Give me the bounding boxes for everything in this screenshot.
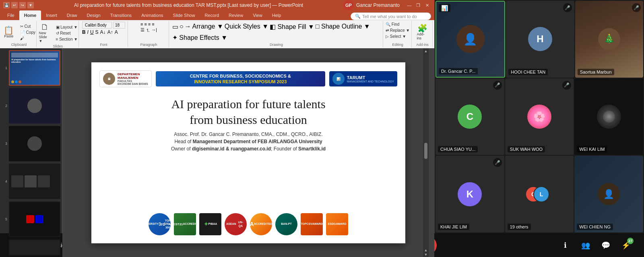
tab-animations[interactable]: Animations xyxy=(136,10,168,20)
slide-area: 1 AI preparation for future talents from… xyxy=(0,48,434,257)
minimize-btn[interactable]: — xyxy=(405,1,413,9)
slide-canvas: 🏛 DEPARTEMEN MANAJEMEN FAKULTAS EKONOMI … xyxy=(91,62,405,243)
user-avatar[interactable]: GP xyxy=(343,0,354,10)
chat-btn[interactable]: 💬 xyxy=(597,237,614,254)
video-tile-chua[interactable]: C 🎤 CHUA SIAO YU... xyxy=(436,78,504,155)
restore-btn[interactable]: ❐ xyxy=(414,1,422,9)
tab-design[interactable]: Design xyxy=(82,10,105,20)
scroll-prev-slide[interactable]: ▲ xyxy=(424,248,428,252)
numbering-btn[interactable]: ⒈ xyxy=(146,27,150,33)
tar-logo-circle: 📊 xyxy=(332,73,345,85)
dept-logo: 🏛 DEPARTEMEN MANAJEMEN FAKULTAS EKONOMI … xyxy=(99,70,152,87)
undo-icon[interactable]: ↩ xyxy=(11,2,18,8)
slide-thumb-3[interactable] xyxy=(9,126,60,161)
justify-btn[interactable]: ≡ xyxy=(152,22,154,27)
shape-rect-btn[interactable]: ▭ xyxy=(172,23,178,31)
format-painter-btn[interactable]: 🖌 xyxy=(19,36,37,41)
slide-thumb-6[interactable] xyxy=(9,239,60,255)
align-left-btn[interactable]: ≡ xyxy=(140,22,143,27)
dept-label1: DEPARTEMEN xyxy=(118,72,148,76)
shape-fill-btn[interactable]: ◧ Shape Fill ▼ xyxy=(270,23,314,31)
video-tile-wkl[interactable]: WEI KAI LIM xyxy=(574,78,643,155)
window-controls: — ❐ ✕ xyxy=(405,1,431,9)
quick-styles-btn[interactable]: Quick Styles ▼ xyxy=(225,23,268,30)
find-btn[interactable]: 🔍 Find xyxy=(384,22,411,27)
slide-thumb-1[interactable]: AI preparation for future talents from b… xyxy=(9,50,60,86)
customize-icon[interactable]: ▼ xyxy=(27,2,34,8)
underline-btn[interactable]: U xyxy=(90,29,94,35)
tab-help[interactable]: Help xyxy=(267,10,286,20)
slide-thumb-wrapper-3: 3 xyxy=(2,125,60,162)
bullet-btn[interactable]: ☰ xyxy=(140,27,144,33)
paste-btn[interactable]: 📋 Paste xyxy=(1,25,17,39)
slide-thumb-4[interactable] xyxy=(9,164,60,199)
slide-canvas-wrapper: ▲ ▲ ▼ 🏛 DEPARTEMEN MANAJEME xyxy=(62,48,434,257)
align-right-btn[interactable]: ≡ xyxy=(148,22,151,27)
scroll-next-slide[interactable]: ▼ xyxy=(424,253,428,257)
font-color-btn[interactable]: A xyxy=(115,29,118,35)
select-btn[interactable]: ▷ Select ▼ xyxy=(384,34,411,39)
activity-btn[interactable]: ⚡ 27 xyxy=(617,237,634,254)
vertical-scrollbar[interactable]: ▲ ▲ ▼ xyxy=(423,48,429,257)
decrease-font-btn[interactable]: A↓ xyxy=(100,29,106,35)
shape-oval-btn[interactable]: ○ xyxy=(180,23,184,30)
presenter-video: 👤 xyxy=(436,2,504,77)
shape-outline-btn[interactable]: □ Shape Outline ▼ xyxy=(316,23,370,30)
video-tile-hooi[interactable]: H 🎤 HOOI CHEE TAN xyxy=(506,1,574,78)
arrange-btn[interactable]: Arrange ▼ xyxy=(192,23,223,30)
cut-btn[interactable]: ✂ Cut xyxy=(19,24,37,29)
tab-record[interactable]: Record xyxy=(200,10,224,20)
italic-btn[interactable]: I xyxy=(87,29,89,35)
editing-label: Editing xyxy=(392,43,403,47)
scroll-up-arrow[interactable]: ▲ xyxy=(424,49,428,53)
increase-font-btn[interactable]: A↑ xyxy=(107,29,113,35)
align-center-btn[interactable]: ≡ xyxy=(144,22,147,27)
people-btn[interactable]: 👥 xyxy=(577,237,594,254)
ribbon-group-slides: 🗋 NewSlide ▼ ▣ Layout ▼ ↺ Reset ≡ Sectio… xyxy=(37,21,79,47)
video-tile-gancar[interactable]: 👤 📊 Dr. Gancar C. P... xyxy=(436,1,505,78)
video-tile-others[interactable]: C L 19 others xyxy=(505,156,574,232)
shape-arrow-btn[interactable]: → xyxy=(185,23,191,30)
tab-home[interactable]: Home xyxy=(19,10,41,20)
badge-abest21: ABEST21 ACCREDITED xyxy=(174,213,196,235)
tab-transitions[interactable]: Transitions xyxy=(105,10,136,20)
tab-file[interactable]: File xyxy=(2,10,19,20)
copy-btn[interactable]: 📄 Copy xyxy=(19,30,37,35)
slide-thumb-5[interactable] xyxy=(9,201,60,237)
weichien-label: WEI CHIEN NG xyxy=(577,224,613,230)
slide-thumb-2[interactable] xyxy=(9,88,60,123)
strikethrough-btn[interactable]: S xyxy=(95,29,99,35)
tab-slideshow[interactable]: Slide Show xyxy=(168,10,200,20)
shape-effects-btn[interactable]: ✦ Shape Effects ▼ xyxy=(172,34,227,41)
scroll-thumb[interactable] xyxy=(424,143,427,159)
paste-icon: 📋 xyxy=(4,26,14,34)
close-btn[interactable]: ✕ xyxy=(423,1,431,9)
ribbon-group-editing: 🔍 Find ⇄ Replace ▼ ▷ Select ▼ Editing xyxy=(384,21,412,47)
bold-btn[interactable]: B xyxy=(82,29,86,35)
font-size-select[interactable]: 18 xyxy=(113,22,125,29)
video-tile-khai[interactable]: K 🎤 KHAI JIE LIM xyxy=(436,156,504,232)
video-tile-saortua[interactable]: 🎄 🎤 Saortua Marbun xyxy=(575,1,643,78)
tab-view[interactable]: View xyxy=(248,10,267,20)
tell-me-box[interactable]: 🔍 Tell me what you want to do xyxy=(351,12,431,20)
font-label: Font xyxy=(100,43,107,47)
section-btn[interactable]: ≡ Section ▼ xyxy=(54,37,80,42)
save-icon[interactable]: 💾 xyxy=(3,2,10,8)
redo-icon[interactable]: ↪ xyxy=(19,2,26,8)
tab-insert[interactable]: Insert xyxy=(41,10,62,20)
reset-btn[interactable]: ↺ Reset xyxy=(54,31,80,36)
video-tile-suk[interactable]: 🌸 🎤 SUK WAH WOO xyxy=(505,78,574,155)
info-btn[interactable]: ℹ xyxy=(557,237,574,254)
slide-top-logos: 🏛 DEPARTEMEN MANAJEMEN FAKULTAS EKONOMI … xyxy=(99,70,397,87)
indent-btn[interactable]: →| xyxy=(151,27,157,33)
slide-title: AI preparation for future talentsfrom bu… xyxy=(99,96,397,127)
add-ins-btn[interactable]: 🧩 Add-ins xyxy=(414,23,430,41)
video-tile-weichien[interactable]: 👤 WEI CHIEN NG xyxy=(574,156,643,232)
tab-draw[interactable]: Draw xyxy=(62,10,82,20)
font-family-select[interactable]: Calibri Body xyxy=(82,22,112,29)
replace-btn[interactable]: ⇄ Replace ▼ xyxy=(384,28,411,33)
tell-me-placeholder: Tell me what you want to do xyxy=(362,14,417,19)
new-slide-btn[interactable]: 🗋 NewSlide ▼ xyxy=(37,22,53,44)
tab-review[interactable]: Review xyxy=(224,10,248,20)
layout-btn[interactable]: ▣ Layout ▼ xyxy=(54,25,80,30)
